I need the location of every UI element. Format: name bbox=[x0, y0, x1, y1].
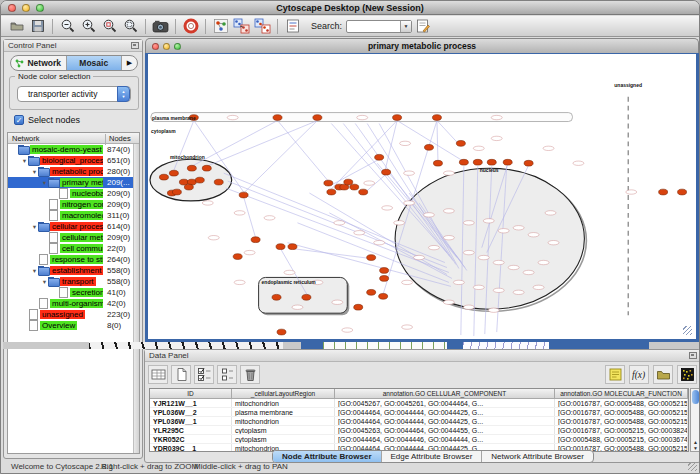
network-node[interactable] bbox=[284, 270, 295, 274]
network-node-highlighted[interactable] bbox=[195, 177, 204, 183]
attribute-matrix-icon[interactable] bbox=[677, 365, 697, 384]
tree-expand-arrow-icon[interactable]: ▼ bbox=[41, 279, 48, 285]
network-node[interactable] bbox=[394, 221, 405, 225]
network-node[interactable] bbox=[234, 280, 245, 284]
network-node[interactable] bbox=[423, 213, 434, 217]
tree-item-nucleobase-[interactable]: nucleobase-209(0) bbox=[8, 188, 139, 199]
network-node[interactable] bbox=[404, 201, 415, 205]
network-node[interactable] bbox=[227, 115, 238, 119]
network-node-highlighted[interactable] bbox=[276, 244, 285, 250]
network-node-highlighted[interactable] bbox=[382, 169, 391, 175]
network-node[interactable] bbox=[453, 280, 464, 284]
network-node[interactable] bbox=[533, 285, 544, 289]
scrollbar-arrows[interactable]: ▲▼ bbox=[691, 439, 700, 451]
network-node-highlighted[interactable] bbox=[272, 294, 281, 300]
save-session-icon[interactable] bbox=[27, 17, 48, 35]
network-node-highlighted[interactable] bbox=[379, 293, 388, 299]
network-node[interactable] bbox=[414, 255, 425, 259]
tree-expand-arrow-icon[interactable]: ▼ bbox=[21, 158, 28, 164]
network-node[interactable] bbox=[473, 285, 484, 289]
snapshot-icon[interactable] bbox=[150, 17, 171, 35]
network-node-highlighted[interactable] bbox=[344, 179, 353, 185]
network-node-highlighted[interactable] bbox=[524, 160, 533, 166]
float-panel-icon[interactable] bbox=[689, 352, 697, 359]
table-row[interactable]: YJR121W__1mitochondrion[GO:0045267, GO:0… bbox=[150, 399, 688, 408]
network-node[interactable] bbox=[548, 240, 559, 244]
network-node-highlighted[interactable] bbox=[214, 179, 223, 185]
network-node[interactable] bbox=[463, 305, 474, 309]
network-node-highlighted[interactable] bbox=[380, 268, 389, 274]
network-node-highlighted[interactable] bbox=[233, 254, 242, 260]
background-window-fragment[interactable] bbox=[447, 342, 463, 349]
unselect-attributes-icon[interactable] bbox=[217, 365, 237, 384]
new-attribute-icon[interactable] bbox=[171, 365, 191, 384]
network-node[interactable] bbox=[443, 209, 454, 213]
annotation-note-icon[interactable] bbox=[605, 365, 625, 384]
tree-item-biological-process[interactable]: ▼biological_process651(0) bbox=[8, 155, 139, 166]
network-node[interactable] bbox=[334, 221, 345, 225]
background-window-fragment[interactable] bbox=[301, 342, 323, 349]
tree-item-overview[interactable]: Overview8(0) bbox=[8, 320, 139, 331]
float-panel-icon[interactable] bbox=[131, 42, 139, 49]
tree-expand-arrow-icon[interactable]: ▼ bbox=[41, 180, 48, 186]
tree-scrollbar[interactable] bbox=[133, 144, 139, 453]
network-node[interactable] bbox=[491, 136, 502, 140]
network-node[interactable] bbox=[443, 300, 454, 304]
network-node-highlighted[interactable] bbox=[424, 144, 433, 150]
tree-item-metabolic-process[interactable]: ▼metabolic process280(0) bbox=[8, 166, 139, 177]
annotations-icon[interactable] bbox=[282, 17, 303, 35]
background-window-fragment[interactable] bbox=[323, 342, 447, 349]
tree-item-secretion[interactable]: secretion41(0) bbox=[8, 287, 139, 298]
network-node-highlighted[interactable] bbox=[327, 189, 336, 195]
network-node-highlighted[interactable] bbox=[659, 189, 668, 195]
network-node[interactable] bbox=[354, 231, 365, 235]
network-node[interactable] bbox=[428, 245, 439, 249]
network-node[interactable] bbox=[364, 181, 375, 185]
window-resize-grip[interactable] bbox=[683, 326, 692, 335]
network-node[interactable] bbox=[463, 221, 474, 225]
search-dropdown-arrow[interactable]: ▼ bbox=[400, 21, 411, 32]
tree-expand-arrow-icon[interactable]: ▼ bbox=[31, 268, 38, 274]
zoom-selected-icon[interactable] bbox=[99, 17, 120, 35]
network-node[interactable] bbox=[292, 305, 303, 309]
network-node-highlighted[interactable] bbox=[359, 189, 368, 195]
network-node[interactable] bbox=[463, 250, 474, 254]
tree-expand-arrow-icon[interactable]: ▼ bbox=[31, 169, 38, 175]
network-node[interactable] bbox=[374, 240, 385, 244]
network-node[interactable] bbox=[332, 300, 343, 304]
node-color-select[interactable]: transporter activity ▲▼ bbox=[17, 86, 131, 102]
network-node-highlighted[interactable] bbox=[172, 189, 181, 195]
network-node[interactable] bbox=[513, 226, 524, 230]
tree-item-multi-organism-pro[interactable]: multi-organism pro42(0) bbox=[8, 298, 139, 309]
select-nodes-checkbox[interactable]: ✓ bbox=[14, 115, 24, 125]
network-node-highlighted[interactable] bbox=[277, 329, 286, 335]
network-node[interactable] bbox=[208, 236, 219, 240]
delete-attribute-icon[interactable] bbox=[240, 365, 260, 384]
help-icon[interactable] bbox=[180, 17, 201, 35]
network-node[interactable] bbox=[443, 171, 454, 175]
network-node-highlighted[interactable] bbox=[251, 237, 260, 243]
tree-item-unassigned[interactable]: unassigned223(0) bbox=[8, 309, 139, 320]
network-node[interactable] bbox=[264, 216, 275, 220]
network-node-highlighted[interactable] bbox=[159, 174, 168, 180]
zoom-fit-icon[interactable] bbox=[120, 17, 141, 35]
network-node-highlighted[interactable] bbox=[367, 289, 376, 295]
network-node-highlighted[interactable] bbox=[459, 159, 468, 165]
network-node[interactable] bbox=[573, 161, 584, 165]
network-canvas[interactable]: plasma membranecytoplasmmitochondrionnuc… bbox=[145, 53, 699, 342]
background-window-fragment[interactable] bbox=[89, 342, 283, 349]
column-header[interactable]: _cellularLayoutRegion bbox=[232, 389, 335, 398]
network-node[interactable] bbox=[513, 290, 524, 294]
network-node[interactable] bbox=[626, 190, 637, 194]
network-node[interactable] bbox=[545, 211, 556, 215]
column-header[interactable]: annotation.GO MOLECULAR_FUNCTION bbox=[555, 389, 688, 398]
network-node-highlighted[interactable] bbox=[354, 304, 363, 310]
network-node[interactable] bbox=[382, 206, 393, 210]
network-node[interactable] bbox=[491, 115, 502, 119]
network-node[interactable] bbox=[478, 255, 489, 259]
network-node-highlighted[interactable] bbox=[432, 115, 441, 121]
network-node[interactable] bbox=[538, 260, 549, 264]
network-node[interactable] bbox=[488, 308, 499, 312]
network-node-highlighted[interactable] bbox=[169, 170, 178, 176]
network-node-highlighted[interactable] bbox=[456, 140, 465, 146]
